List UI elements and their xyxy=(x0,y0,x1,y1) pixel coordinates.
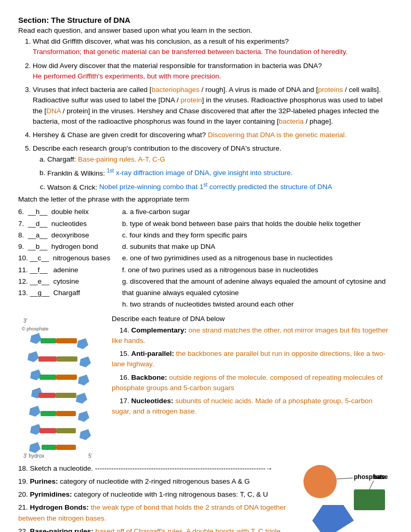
svg-rect-30 xyxy=(56,428,76,433)
svg-point-31 xyxy=(303,465,337,498)
svg-rect-21 xyxy=(41,411,56,416)
match-item-11: 11. __f__ adenine xyxy=(18,264,122,276)
match-right-b: b. type of weak bond between base pairs … xyxy=(122,218,393,230)
section-title: Section: The Structure of DNA xyxy=(18,16,393,24)
match-item-6: 6. __h__ double helix xyxy=(18,206,122,218)
intro-text: Read each question, and answer based upo… xyxy=(18,26,393,34)
match-title: Match the letter of the phrase with the … xyxy=(18,195,393,203)
question-2: How did Avery discover that the material… xyxy=(33,61,393,82)
q1-text: What did Griffith discover, what was his… xyxy=(33,37,289,45)
svg-rect-34 xyxy=(354,489,385,510)
svg-rect-22 xyxy=(56,411,76,416)
dna-features-title: Describe each feature of DNA below xyxy=(112,315,393,323)
svg-rect-19 xyxy=(39,375,56,380)
svg-text:3' hydrox: 3' hydrox xyxy=(23,453,44,459)
svg-marker-4 xyxy=(30,333,42,344)
dna-image-area: 3' © phosphate 5' 3' hydrox xyxy=(18,315,107,460)
q1-answer: Transformation; that genetic material ca… xyxy=(33,48,348,56)
q3-text: Viruses that infect bacteria are called … xyxy=(33,86,382,125)
svg-marker-15 xyxy=(78,411,89,422)
svg-marker-37 xyxy=(312,505,354,532)
dna-feature-17: 17. Nucleotides: subunits of nucleic aci… xyxy=(112,396,393,417)
dna-section: 3' © phosphate 5' 3' hydrox xyxy=(18,315,393,460)
match-item-13: 13. __g__ Chargaff xyxy=(18,287,122,299)
match-right-f: f. one of two purines used as a nitrogen… xyxy=(122,264,393,276)
svg-rect-26 xyxy=(57,356,77,362)
match-item-12: 12. __e__ cytosine xyxy=(18,276,122,287)
svg-line-33 xyxy=(337,478,353,479)
svg-marker-8 xyxy=(29,406,41,417)
q2-answer: He performed Griffith's experiments, but… xyxy=(33,72,221,80)
question-3: Viruses that infect bacteria are called … xyxy=(33,85,393,127)
questions-list: What did Griffith discover, what was his… xyxy=(33,36,393,192)
nucleotide-diagram-area: phosphate base deoxyribose sugar © scien… xyxy=(297,463,393,532)
match-right-d: d. subunits that make up DNA xyxy=(122,241,393,252)
question-4: Hershey & Chase are given credit for dis… xyxy=(33,130,393,140)
svg-marker-10 xyxy=(29,442,41,453)
svg-line-36 xyxy=(369,481,374,489)
match-right-c: c. four kinds and they form specific pai… xyxy=(122,230,393,241)
svg-text:3': 3' xyxy=(23,318,28,324)
bottom-section: phosphate base deoxyribose sugar © scien… xyxy=(18,463,393,532)
svg-rect-28 xyxy=(56,393,76,398)
match-section: Match the letter of the phrase with the … xyxy=(18,195,393,310)
match-right-e: e. one of two pyrimidines used as a nitr… xyxy=(122,252,393,264)
q5-text: Describe each research group's contribut… xyxy=(33,144,282,152)
dna-feature-14: 14. Complementary: one strand matches th… xyxy=(112,325,393,347)
nucleotide-svg: phosphate base deoxyribose sugar © scien… xyxy=(297,463,393,532)
svg-rect-27 xyxy=(38,393,56,398)
svg-text:© phosphate: © phosphate xyxy=(22,326,48,331)
svg-text:base: base xyxy=(374,473,388,481)
dna-feature-16: 16. Backbone: outside regions of the mol… xyxy=(112,373,393,394)
svg-rect-23 xyxy=(42,445,56,450)
svg-rect-18 xyxy=(56,338,77,343)
svg-marker-14 xyxy=(76,393,87,404)
question-5: Describe each research group's contribut… xyxy=(33,143,393,192)
match-right-g: g. discovered that the amount of adenine… xyxy=(122,276,393,299)
dna-helix-svg: 3' © phosphate 5' 3' hydrox xyxy=(21,315,104,460)
q2-text: How did Avery discover that the material… xyxy=(33,62,322,70)
match-right-h: h. two strands of nucleotides twisted ar… xyxy=(122,299,393,310)
match-item-7: 7. __d__ nucleotides xyxy=(18,218,122,230)
sub-b: Franklin & Wilkins: 1st x-ray diffractio… xyxy=(47,167,393,179)
svg-rect-24 xyxy=(56,445,76,450)
match-left-col: 6. __h__ double helix 7. __d__ nucleotid… xyxy=(18,206,122,310)
match-right-a: a. a five-carbon sugar xyxy=(122,206,393,218)
svg-marker-13 xyxy=(78,375,89,385)
match-item-9: 9. __b__ hydrogen bond xyxy=(18,241,122,252)
bonds-with-span: bonds with xyxy=(216,527,249,532)
dna-feature-15: 15. Anti-parallel: the backbones are par… xyxy=(112,349,393,370)
sub-list: Chargaff: Base-pairing rules. A-T, C-G F… xyxy=(47,154,393,193)
svg-marker-5 xyxy=(28,351,39,362)
q4-text: Hershey & Chase are given credit for dis… xyxy=(33,131,347,139)
match-item-8: 8. __a__ deoxyribose xyxy=(18,230,122,241)
svg-rect-25 xyxy=(38,356,57,362)
svg-rect-29 xyxy=(39,428,56,433)
match-container: 6. __h__ double helix 7. __d__ nucleotid… xyxy=(18,206,393,310)
svg-marker-16 xyxy=(79,429,91,440)
svg-rect-20 xyxy=(56,375,77,380)
svg-text:5': 5' xyxy=(88,453,92,459)
question-1: What did Griffith discover, what was his… xyxy=(33,36,393,58)
svg-marker-12 xyxy=(79,356,91,367)
match-item-10: 10. __c__ nitrogenous bases xyxy=(18,252,122,264)
svg-rect-17 xyxy=(41,338,56,343)
dna-text-section: Describe each feature of DNA below 14. C… xyxy=(112,315,393,460)
match-right-col: a. a five-carbon sugar b. type of weak b… xyxy=(122,206,393,310)
sub-a: Chargaff: Base-pairing rules. A-T, C-G xyxy=(47,154,393,165)
svg-marker-11 xyxy=(77,338,88,349)
sub-c: Watson & Crick: Nobel prize-winning comb… xyxy=(47,181,393,193)
page-container: Section: The Structure of DNA Read each … xyxy=(18,16,393,532)
